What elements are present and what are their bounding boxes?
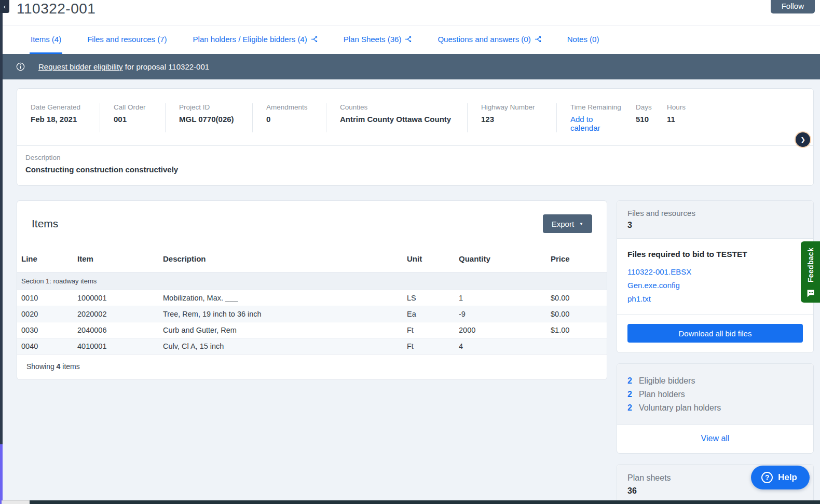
cell-price: $1.00 xyxy=(546,322,607,338)
cell-description: Culv, Cl A, 15 inch xyxy=(159,338,403,355)
cell-unit: Ea xyxy=(403,306,455,322)
open-split-arrows-icon xyxy=(535,36,541,43)
cell-unit: LS xyxy=(403,290,455,306)
cell-price xyxy=(546,338,607,355)
section-row: Section 1: roadway items xyxy=(17,273,607,290)
files-card-count: 3 xyxy=(627,221,803,230)
add-to-calendar-link[interactable]: Add to calendar xyxy=(570,115,600,132)
page-title: 110322-001 xyxy=(17,1,95,17)
request-bidder-eligibility-link[interactable]: Request bidder eligibility xyxy=(38,62,123,71)
files-resources-card: Files and resources 3 Files required to … xyxy=(617,200,814,353)
download-all-bid-files-button[interactable]: Download all bid files xyxy=(627,324,803,343)
section-label: Section 1: roadway items xyxy=(17,273,607,290)
cell-unit: Ft xyxy=(403,338,455,355)
cell-quantity: 1 xyxy=(455,290,546,306)
cell-item: 2040006 xyxy=(73,322,159,338)
field-highway-number: Highway Number 123 xyxy=(468,103,557,132)
table-row[interactable]: 0040 4010001 Culv, Cl A, 15 inch Ft 4 xyxy=(17,338,607,355)
bottom-bar-gray-segment xyxy=(2,500,30,504)
table-row[interactable]: 0030 2040006 Curb and Gutter, Rem Ft 200… xyxy=(17,322,607,338)
tab-plan-holders-label: Plan holders / Eligible bidders (4) xyxy=(193,35,307,44)
plan-holders-label: Plan holders xyxy=(639,390,685,399)
tab-plan-sheets-label: Plan Sheets (36) xyxy=(344,35,402,44)
table-row[interactable]: 0010 1000001 Mobilization, Max. ___ LS 1… xyxy=(17,290,607,306)
chevron-left-icon: ‹ xyxy=(4,3,6,10)
field-label: Time Remaining xyxy=(570,103,622,111)
eligibility-banner: Request bidder eligibility for proposal … xyxy=(3,54,820,79)
cell-unit: Ft xyxy=(403,322,455,338)
field-label: Hours xyxy=(667,103,813,111)
items-table: Line Item Description Unit Quantity Pric… xyxy=(17,246,607,354)
cell-description: Tree, Rem, 19 inch to 36 inch xyxy=(159,306,403,322)
tab-items[interactable]: Items (4) xyxy=(30,25,62,54)
items-panel: Items Export ▼ Line Item Description Uni… xyxy=(17,200,607,380)
voluntary-plan-holders-row: 2Voluntary plan holders xyxy=(627,401,803,415)
description-value: Constructing construction constructively xyxy=(25,165,805,174)
field-counties: Counties Antrim County Ottawa County xyxy=(326,103,468,132)
tab-plan-sheets[interactable]: Plan Sheets (36) xyxy=(343,25,413,54)
chevron-down-icon: ▼ xyxy=(579,222,583,226)
help-label: Help xyxy=(778,472,797,483)
eligible-bidders-label: Eligible bidders xyxy=(639,376,695,385)
col-description: Description xyxy=(159,246,403,273)
feedback-tab[interactable]: Feedback xyxy=(801,241,820,303)
cell-price: $0.00 xyxy=(546,290,607,306)
cell-price: $0.00 xyxy=(546,306,607,322)
col-price: Price xyxy=(546,246,607,273)
items-panel-title: Items xyxy=(32,217,58,230)
left-edge-strip xyxy=(0,0,3,444)
plan-holders-count: 2 xyxy=(627,390,632,399)
tab-plan-holders[interactable]: Plan holders / Eligible bidders (4) xyxy=(192,25,319,54)
feedback-label: Feedback xyxy=(807,248,815,282)
tab-bar: Items (4) Files and resources (7) Plan h… xyxy=(3,25,820,54)
files-required-title: Files required to bid to TESTET xyxy=(627,250,803,259)
cell-description: Curb and Gutter, Rem xyxy=(159,322,403,338)
col-quantity: Quantity xyxy=(455,246,546,273)
eligible-bidders-row: 2Eligible bidders xyxy=(627,374,803,388)
tab-files-and-resources[interactable]: Files and resources (7) xyxy=(86,25,168,54)
cell-line: 0010 xyxy=(17,290,73,306)
col-line: Line xyxy=(17,246,73,273)
description-label: Description xyxy=(25,154,805,161)
items-footer: Showing 4 items xyxy=(17,354,607,379)
field-value: MGL 0770(026) xyxy=(179,115,252,124)
cell-quantity: -9 xyxy=(455,306,546,322)
tab-questions-and-answers[interactable]: Questions and answers (0) xyxy=(436,25,542,54)
file-link[interactable]: 110322-001.EBSX xyxy=(627,267,803,276)
files-card-label: Files and resources xyxy=(627,209,803,217)
field-label: Highway Number xyxy=(481,103,556,111)
tab-notes[interactable]: Notes (0) xyxy=(566,25,600,54)
banner-text: for proposal 110322-001 xyxy=(123,62,210,71)
view-all-link[interactable]: View all xyxy=(701,434,730,443)
field-value: 001 xyxy=(114,115,165,124)
cell-quantity: 4 xyxy=(455,338,546,355)
footer-text: items xyxy=(60,362,79,371)
chevron-right-icon: ❯ xyxy=(800,136,805,143)
export-button[interactable]: Export ▼ xyxy=(543,214,592,233)
collapse-panel-button[interactable]: ‹ xyxy=(0,0,9,13)
file-link[interactable]: ph1.txt xyxy=(627,294,803,303)
eligible-bidders-count: 2 xyxy=(627,376,632,385)
info-icon xyxy=(16,62,25,71)
cell-line: 0030 xyxy=(17,322,73,338)
page-header: 110322-001 Follow Items (4) Files and re… xyxy=(3,0,820,54)
open-split-arrows-icon xyxy=(311,36,318,43)
field-label: Counties xyxy=(340,103,467,111)
tab-files-label: Files and resources (7) xyxy=(87,35,167,44)
summary-next-button[interactable]: ❯ xyxy=(796,132,810,147)
field-date-generated: Date Generated Feb 18, 2021 xyxy=(17,103,100,132)
help-button[interactable]: ? Help xyxy=(751,466,810,489)
export-label: Export xyxy=(552,220,574,228)
field-label: Amendments xyxy=(266,103,326,111)
field-label: Project ID xyxy=(179,103,252,111)
file-link[interactable]: Gen.exe.config xyxy=(627,281,803,290)
table-row[interactable]: 0020 2020002 Tree, Rem, 19 inch to 36 in… xyxy=(17,306,607,322)
tab-questions-label: Questions and answers (0) xyxy=(438,35,530,44)
feedback-smiley-icon xyxy=(807,289,815,297)
main-content: Date Generated Feb 18, 2021 Call Order 0… xyxy=(3,79,820,504)
cell-item: 4010001 xyxy=(73,338,159,355)
field-time-remaining: Time Remaining Add to calendar xyxy=(557,103,622,132)
follow-button[interactable]: Follow xyxy=(771,0,815,13)
col-unit: Unit xyxy=(403,246,455,273)
cell-item: 2020002 xyxy=(73,306,159,322)
